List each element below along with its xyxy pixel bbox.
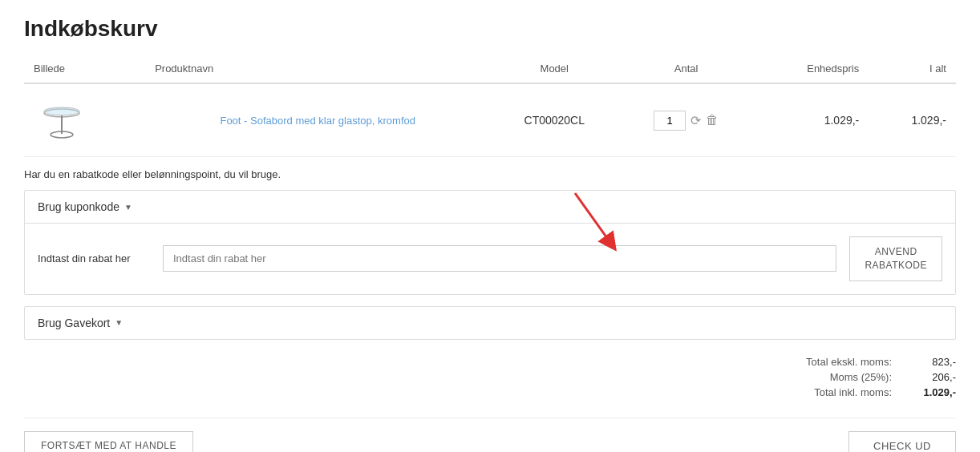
total-moms-value: 206,- [908,371,956,383]
rabat-label: Indtast din rabat her [38,252,150,264]
kuponkode-label: Brug kuponkode [38,200,119,213]
gavekort-chevron: ▼ [115,318,123,327]
totals-section: Total ekskl. moms: 823,- Moms (25%): 206… [24,356,956,402]
col-antal: Antal [618,54,754,83]
total-inkl-label: Total inkl. moms: [763,386,892,398]
kuponkode-body: Indtast din rabat her ANVEND RABATKODE [25,224,955,294]
total-moms-label: Moms (25%): [763,371,892,383]
promo-text: Har du en rabatkode eller belønningspoin… [24,168,956,180]
continue-button[interactable]: FORTSÆT MED AT HANDLE [24,431,193,452]
col-billede: Billede [24,54,145,83]
checkout-button[interactable]: CHECK UD [848,431,956,452]
page-title: Indkøbskurv [24,16,956,42]
product-model-cell: CT00020CL [490,83,618,157]
total-inkl-value: 1.029,- [908,386,956,398]
qty-input[interactable] [654,111,686,131]
product-image-icon [40,99,84,143]
total-moms-row: Moms (25%): 206,- [763,371,956,383]
product-image-cell [24,83,145,157]
delete-icon[interactable]: 🗑 [706,113,719,127]
product-price-cell: 1.029,- [754,83,869,157]
gavekort-header[interactable]: Brug Gavekort ▼ [25,307,955,339]
gavekort-section: Brug Gavekort ▼ [24,306,956,340]
col-produktnavn: Produktnavn [145,54,490,83]
rabat-input[interactable] [163,245,836,272]
product-qty-cell: ⟳ 🗑 [618,83,754,157]
table-row: Foot - Sofabord med klar glastop, kromfo… [24,83,956,157]
product-total-cell: 1.029,- [869,83,956,157]
total-inkl-row: Total inkl. moms: 1.029,- [763,386,956,398]
bottom-buttons: FORTSÆT MED AT HANDLE CHECK UD [24,418,956,452]
kuponkode-section: Brug kuponkode ▼ Indtast din rabat her A… [24,190,956,295]
product-link[interactable]: Foot - Sofabord med klar glastop, kromfo… [220,115,415,127]
refresh-icon[interactable]: ⟳ [690,113,701,128]
svg-point-1 [44,107,79,115]
gavekort-label: Brug Gavekort [38,317,110,329]
cart-table: Billede Produktnavn Model Antal Enhedspr… [24,54,956,157]
total-ekskl-label: Total ekskl. moms: [763,356,892,368]
product-name-cell: Foot - Sofabord med klar glastop, kromfo… [145,83,490,157]
col-enhedspris: Enhedspris [754,54,869,83]
kuponkode-header[interactable]: Brug kuponkode ▼ [25,191,955,224]
col-model: Model [490,54,618,83]
arrow-container [163,245,836,272]
kuponkode-chevron: ▼ [124,203,132,212]
apply-button[interactable]: ANVEND RABATKODE [849,236,942,281]
col-ialt: I alt [869,54,956,83]
total-ekskl-row: Total ekskl. moms: 823,- [763,356,956,368]
total-ekskl-value: 823,- [908,356,956,368]
